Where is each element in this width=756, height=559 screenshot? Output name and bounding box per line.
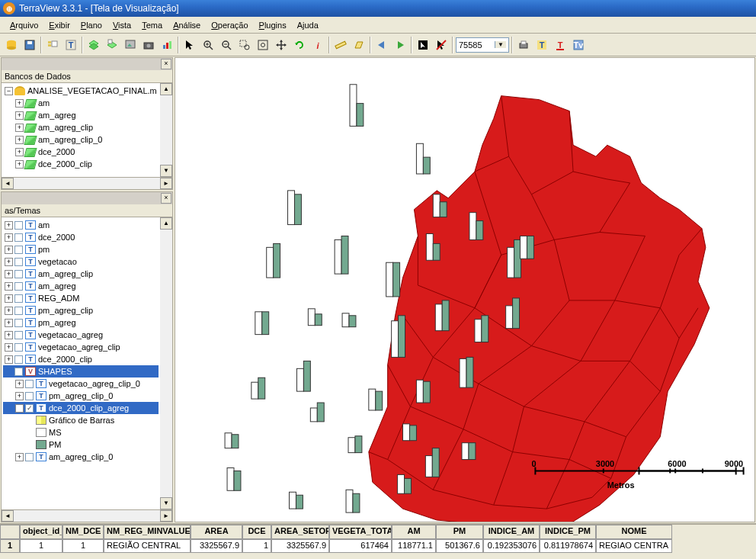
text-window-icon[interactable]: Tv (570, 37, 587, 53)
cell[interactable]: 1 (62, 539, 104, 553)
col-header[interactable]: NM_DCE (62, 525, 104, 539)
scrollbar-h[interactable]: ◄► (2, 509, 172, 522)
theme-item[interactable]: +Tam_agreg_clip (3, 268, 159, 280)
col-header[interactable] (0, 525, 20, 539)
col-header[interactable]: NM_REG_MINVALUE (104, 525, 191, 539)
cell[interactable]: 118771.1 (392, 539, 436, 553)
data-table[interactable]: object_id_NM_DCENM_REG_MINVALUEAREADCEAR… (0, 523, 756, 559)
col-header[interactable]: AM (392, 525, 436, 539)
theme-item[interactable]: +Tam_agreg (3, 280, 159, 292)
layer-item[interactable]: +am (3, 97, 159, 109)
layer-item[interactable]: +dce_2000_clip (3, 158, 159, 170)
layer-item[interactable]: +am_agreg_clip_0 (3, 133, 159, 146)
chart-icon[interactable] (159, 37, 175, 53)
legend-item[interactable]: MS (3, 426, 159, 439)
database-tree[interactable]: −ANALISE_VEGETACAO_FINAL.m+am+am_agreg+a… (2, 83, 160, 177)
zoom-out-icon[interactable] (218, 37, 235, 53)
select-arrow-icon[interactable] (415, 37, 431, 53)
col-header[interactable]: DCE (242, 525, 271, 539)
table-row[interactable]: 111REGIÃO CENTRAL3325567.913325567.96174… (0, 539, 756, 553)
cell[interactable]: 1 (20, 539, 62, 553)
layer-item[interactable]: +am_agreg (3, 109, 159, 121)
col-header[interactable]: PM (436, 525, 483, 539)
scale-combo[interactable]: 75585▼ (456, 37, 509, 53)
theme-item[interactable]: +Tpm_agreg_clip (3, 304, 159, 316)
close-panel-icon[interactable]: × (161, 193, 171, 204)
info-icon[interactable]: i (309, 37, 326, 53)
theme-item[interactable]: +Tvegetacao_agreg_clip_0 (3, 377, 159, 390)
menu-plano[interactable]: Plano (75, 19, 107, 31)
cell[interactable]: REGIÃO CENTRAL (104, 539, 191, 553)
theme-item[interactable]: +Tpm_agreg (3, 316, 159, 329)
zoom-in-icon[interactable] (200, 37, 216, 53)
themes-tree[interactable]: +Tam+Tdce_2000+Tpm+Tvegetacao+Tam_agreg_… (2, 217, 160, 509)
map-view[interactable]: 0 3000 6000 9000 Metros (175, 57, 755, 522)
cell[interactable]: 3325567.9 (191, 539, 242, 553)
layers-icon[interactable] (85, 37, 102, 53)
theme-item[interactable]: +Tdce_2000 (3, 231, 159, 243)
print-icon[interactable] (515, 37, 532, 53)
scrollbar-h[interactable]: ◄► (2, 177, 172, 189)
chevron-down-icon[interactable]: ▼ (495, 41, 506, 48)
zoom-extent-icon[interactable] (255, 37, 271, 53)
cell[interactable]: REGIAO CENTRA (596, 539, 672, 553)
text-bg-icon[interactable]: T (533, 37, 550, 53)
clear-select-icon[interactable] (433, 37, 450, 53)
cell[interactable]: 0.192353076 (483, 539, 540, 553)
cell[interactable]: 0.811978674 (540, 539, 596, 553)
pointer-icon[interactable] (181, 37, 198, 53)
menu-plugins[interactable]: Plugins (254, 19, 292, 31)
theme-item[interactable]: +Tpm (3, 243, 159, 255)
save-icon[interactable] (21, 37, 38, 53)
close-panel-icon[interactable]: × (161, 59, 171, 69)
theme-item[interactable]: +Tdce_2000_clip (3, 353, 159, 365)
col-header[interactable]: object_id_ (20, 525, 62, 539)
cell[interactable]: 1 (242, 539, 271, 553)
menu-arquivo[interactable]: Arquivo (5, 19, 43, 31)
arrow-right-icon[interactable] (392, 37, 408, 53)
legend-item[interactable]: Gráfico de Barras (3, 414, 159, 426)
legend-item[interactable]: PM (3, 439, 159, 451)
import-kml-icon[interactable] (104, 37, 120, 53)
theme-item[interactable]: +Tvegetacao_agreg_clip (3, 341, 159, 353)
cell[interactable]: 1 (0, 539, 20, 553)
tree-root[interactable]: −ANALISE_VEGETACAO_FINAL.m (3, 85, 159, 97)
scrollbar-v[interactable]: ▲▼ (160, 83, 172, 177)
menu-ajuda[interactable]: Ajuda (292, 19, 324, 31)
theme-item[interactable]: +Tam (3, 219, 159, 231)
theme-selected[interactable]: −✓Tdce_2000_clip_agreg (3, 402, 159, 414)
cell[interactable]: 501367.6 (436, 539, 483, 553)
theme-item[interactable]: +Tvegetacao (3, 255, 159, 268)
theme-item[interactable]: +TREG_ADM (3, 292, 159, 304)
col-header[interactable]: AREA_SETOR (271, 525, 329, 539)
menu-análise[interactable]: Análise (168, 19, 206, 31)
menu-vista[interactable]: Vista (107, 19, 136, 31)
ruler-icon[interactable] (332, 37, 349, 53)
menu-operação[interactable]: Operação (206, 19, 253, 31)
tool-t-icon[interactable]: T (62, 37, 79, 53)
menu-exibir[interactable]: Exibir (43, 19, 75, 31)
database-icon[interactable] (3, 37, 20, 53)
reload-icon[interactable] (291, 37, 308, 53)
cell[interactable]: 617464 (329, 539, 392, 553)
arrow-left-icon[interactable] (373, 37, 390, 53)
vista-icon[interactable] (44, 37, 61, 53)
pan-icon[interactable] (273, 37, 290, 53)
theme-item[interactable]: +Tam_agreg_clip_0 (3, 451, 159, 463)
layer-item[interactable]: +am_agreg_clip (3, 121, 159, 133)
menu-tema[interactable]: Tema (136, 19, 168, 31)
col-header[interactable]: INDICE_AM (483, 525, 540, 539)
theme-item[interactable]: +Tvegetacao_agreg (3, 329, 159, 341)
import-raster-icon[interactable] (122, 37, 139, 53)
col-header[interactable]: INDICE_PM (540, 525, 596, 539)
camera-icon[interactable] (140, 37, 157, 53)
col-header[interactable]: VEGETA_TOTAL (329, 525, 392, 539)
col-header[interactable]: AREA (191, 525, 242, 539)
scrollbar-v[interactable]: ▲▼ (160, 217, 172, 509)
shapes-group[interactable]: VSHAPES (3, 365, 159, 377)
col-header[interactable]: NOME (596, 525, 672, 539)
measure-area-icon[interactable] (351, 37, 367, 53)
text-red-icon[interactable]: T (552, 37, 569, 53)
zoom-area-icon[interactable] (236, 37, 253, 53)
cell[interactable]: 3325567.9 (271, 539, 329, 553)
